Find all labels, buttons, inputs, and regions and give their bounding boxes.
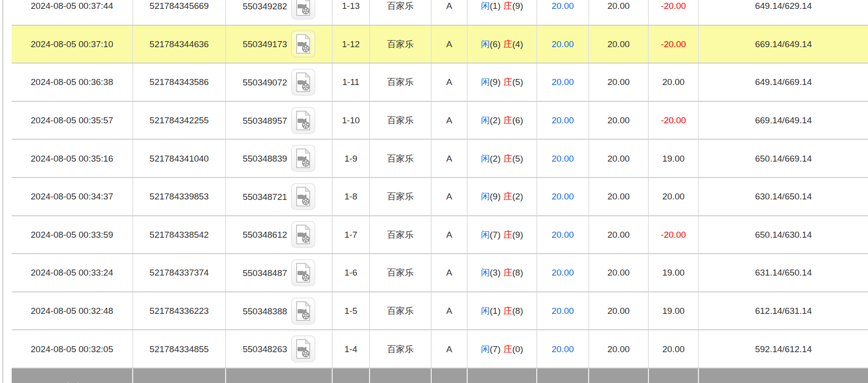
game-no-text: 550348721 bbox=[242, 192, 287, 201]
subtotal-empty-balance bbox=[698, 368, 868, 383]
cell-bet-id: 521784336223 bbox=[133, 292, 226, 330]
video-replay-icon bbox=[295, 301, 311, 321]
player-label: 闲 bbox=[481, 306, 490, 316]
bet-amount-link: 20.00 bbox=[552, 39, 574, 49]
cell-balance: 649.14/629.14 bbox=[698, 0, 868, 25]
cell-bet-time: 2024-08-05 00:32:48 bbox=[12, 292, 133, 330]
bet-amount-link: 20.00 bbox=[552, 115, 574, 125]
cell-valid-amount: 20.00 bbox=[589, 101, 648, 140]
bet-amount-link: 20.00 bbox=[552, 1, 574, 11]
player-score: (7) bbox=[490, 344, 500, 354]
banker-label: 庄 bbox=[504, 115, 512, 125]
banker-label: 庄 bbox=[504, 344, 512, 354]
cell-round: 1-4 bbox=[332, 330, 370, 368]
player-score: (9) bbox=[490, 77, 500, 87]
cell-bet-id: 521784334855 bbox=[133, 330, 226, 368]
player-score: (1) bbox=[490, 1, 500, 11]
cell-result: 闲(3)庄(8) bbox=[467, 254, 537, 292]
cell-table: A bbox=[431, 101, 467, 140]
video-replay-button[interactable] bbox=[291, 335, 315, 362]
banker-label: 庄 bbox=[504, 230, 512, 240]
video-replay-button[interactable] bbox=[291, 0, 315, 20]
cell-win-loss: 19.00 bbox=[648, 139, 698, 177]
cell-game-type: 百家乐 bbox=[370, 254, 431, 292]
cell-round: 1-7 bbox=[332, 216, 370, 254]
subtotal-empty-result bbox=[467, 368, 537, 383]
video-replay-button[interactable] bbox=[291, 30, 315, 57]
cell-bet-id: 521784342255 bbox=[133, 101, 226, 140]
cell-valid-amount: 20.00 bbox=[589, 63, 648, 101]
video-replay-button[interactable] bbox=[291, 221, 315, 248]
cell-win-loss: -20.00 bbox=[648, 0, 698, 25]
cell-win-loss: -20.00 bbox=[648, 101, 698, 140]
table-row: 2024-08-05 00:35:16521784341040550348839… bbox=[12, 139, 868, 177]
player-label: 闲 bbox=[481, 344, 490, 354]
video-replay-button[interactable] bbox=[291, 107, 315, 134]
cell-bet-amount[interactable]: 20.00 bbox=[537, 63, 589, 101]
cell-game-type: 百家乐 bbox=[370, 25, 431, 64]
cell-balance: 630.14/650.14 bbox=[698, 177, 868, 216]
cell-game-no: 550348388 bbox=[226, 292, 332, 330]
video-replay-button[interactable] bbox=[291, 145, 315, 172]
table-row: 2024-08-05 00:32:05521784334855550348263… bbox=[12, 330, 868, 368]
cell-bet-amount[interactable]: 20.00 bbox=[537, 292, 589, 330]
banker-label: 庄 bbox=[504, 77, 512, 87]
cell-bet-amount[interactable]: 20.00 bbox=[537, 0, 589, 25]
cell-bet-time: 2024-08-05 00:34:37 bbox=[12, 177, 133, 216]
cell-table: A bbox=[431, 254, 467, 292]
table-row: 2024-08-05 00:35:57521784342255550348957… bbox=[12, 101, 868, 140]
cell-round: 1-8 bbox=[332, 177, 370, 216]
bet-amount-link: 20.00 bbox=[552, 192, 574, 201]
cell-bet-time: 2024-08-05 00:32:05 bbox=[12, 330, 133, 368]
cell-bet-id: 521784337374 bbox=[133, 254, 226, 292]
banker-label: 庄 bbox=[504, 306, 512, 316]
cell-bet-amount[interactable]: 20.00 bbox=[537, 25, 589, 64]
bet-records-table: 2024-08-05 00:37:44521784345669550349282… bbox=[12, 0, 868, 383]
cell-round: 1-13 bbox=[332, 0, 370, 25]
game-no-text: 550349072 bbox=[242, 77, 287, 87]
banker-label: 庄 bbox=[504, 192, 512, 201]
cell-bet-amount[interactable]: 20.00 bbox=[537, 177, 589, 216]
bet-amount-link: 20.00 bbox=[552, 230, 574, 240]
cell-result: 闲(6)庄(4) bbox=[467, 25, 537, 64]
video-replay-icon bbox=[295, 225, 311, 244]
video-replay-button[interactable] bbox=[291, 259, 315, 286]
cell-game-type: 百家乐 bbox=[370, 0, 431, 25]
game-no-text: 550348487 bbox=[242, 268, 287, 277]
cell-game-type: 百家乐 bbox=[370, 330, 431, 368]
cell-bet-id: 521784338542 bbox=[133, 216, 226, 254]
player-score: (6) bbox=[490, 39, 500, 49]
game-no-text: 550349282 bbox=[242, 1, 287, 11]
video-replay-button[interactable] bbox=[291, 298, 315, 325]
cell-bet-amount[interactable]: 20.00 bbox=[537, 330, 589, 368]
banker-score: (9) bbox=[512, 230, 523, 240]
cell-win-loss: -20.00 bbox=[648, 216, 698, 254]
game-no-text: 550348388 bbox=[242, 306, 287, 316]
banker-score: (8) bbox=[512, 268, 523, 277]
video-replay-button[interactable] bbox=[291, 69, 315, 96]
cell-bet-time: 2024-08-05 00:33:59 bbox=[12, 216, 133, 254]
cell-bet-amount[interactable]: 20.00 bbox=[537, 101, 589, 140]
cell-bet-amount[interactable]: 20.00 bbox=[537, 139, 589, 177]
game-no-text: 550348612 bbox=[242, 230, 287, 240]
cell-game-no: 550348487 bbox=[226, 254, 332, 292]
subtotal-empty-round bbox=[332, 368, 370, 383]
cell-balance: 669.14/649.14 bbox=[698, 101, 868, 140]
bet-amount-link: 20.00 bbox=[552, 154, 574, 163]
cell-round: 1-6 bbox=[332, 254, 370, 292]
video-replay-icon bbox=[295, 187, 311, 206]
cell-game-type: 百家乐 bbox=[370, 177, 431, 216]
video-replay-icon bbox=[295, 263, 311, 283]
bet-amount-link: 20.00 bbox=[552, 344, 574, 354]
cell-bet-amount[interactable]: 20.00 bbox=[537, 216, 589, 254]
cell-balance: 631.14/650.14 bbox=[698, 254, 868, 292]
cell-win-loss: -20.00 bbox=[648, 25, 698, 64]
cell-game-type: 百家乐 bbox=[370, 139, 431, 177]
cell-bet-id: 521784341040 bbox=[133, 139, 226, 177]
cell-game-no: 550349282 bbox=[226, 0, 332, 25]
cell-round: 1-12 bbox=[332, 25, 370, 64]
cell-table: A bbox=[431, 216, 467, 254]
banker-label: 庄 bbox=[504, 268, 512, 277]
cell-bet-amount[interactable]: 20.00 bbox=[537, 254, 589, 292]
video-replay-button[interactable] bbox=[291, 183, 315, 210]
